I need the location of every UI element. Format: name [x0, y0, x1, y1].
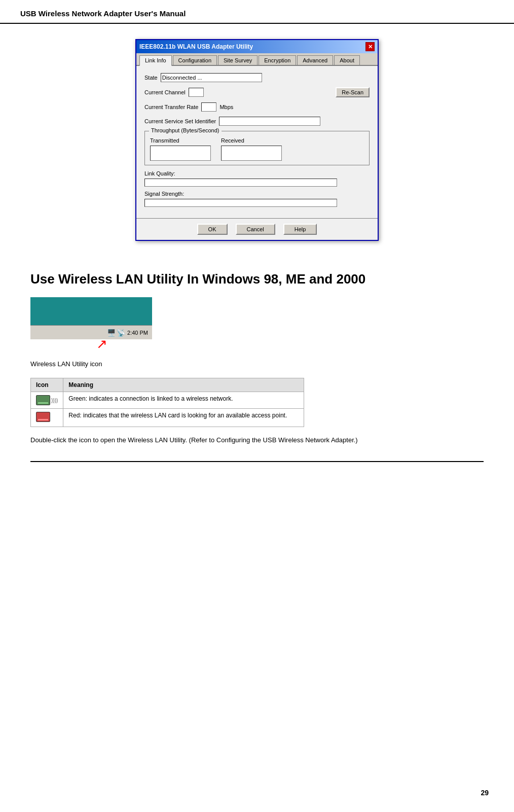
description-text: Double-click the icon to open the Wirele…: [30, 435, 484, 446]
rescan-button[interactable]: Re-Scan: [336, 87, 370, 97]
channel-rescan-row: Current Channel Re-Scan: [144, 87, 370, 97]
taskbar-screenshot: 🖥️ 📡 2:40 PM: [30, 297, 152, 339]
win-titlebar: IEEE802.11b WLAN USB Adapter Utility ✕: [136, 40, 378, 53]
table-header-meaning: Meaning: [63, 378, 304, 392]
ssid-label: Current Service Set Identifier: [144, 118, 216, 124]
red-icon-meaning: Red: indicates that the wireless LAN car…: [63, 409, 304, 427]
received-section: Received: [221, 137, 282, 161]
tab-configuration[interactable]: Configuration: [173, 55, 217, 65]
cancel-button[interactable]: Cancel: [236, 224, 275, 235]
taskbar-time: 2:40 PM: [127, 330, 148, 336]
footer-line: [30, 461, 484, 462]
tab-advanced[interactable]: Advanced: [297, 55, 333, 65]
throughput-legend: Throughput (Bytes/Second): [149, 127, 222, 133]
received-input[interactable]: [221, 146, 282, 161]
page-number: 29: [481, 789, 489, 797]
transfer-rate-input[interactable]: [201, 102, 216, 112]
green-icon-signal: )))): [51, 398, 58, 403]
help-button[interactable]: Help: [283, 224, 317, 235]
state-label: State: [144, 75, 158, 81]
taskbar-top-area: [30, 297, 152, 325]
state-row: State: [144, 73, 370, 82]
transfer-rate-label: Current Transfer Rate: [144, 104, 198, 110]
win-body: State Current Channel Re-Scan Current Tr…: [136, 66, 378, 218]
signal-strength-label: Signal Strength:: [144, 191, 370, 197]
win-close-button[interactable]: ✕: [365, 42, 375, 51]
arrow-indicator: ↗: [96, 336, 484, 352]
network-icon: 🖥️: [107, 329, 116, 337]
throughput-inner: Transmitted Received: [150, 137, 364, 161]
transmitted-section: Transmitted: [150, 137, 211, 161]
tab-about[interactable]: About: [334, 55, 360, 65]
win-tabs: Link Info Configuration Site Survey Encr…: [136, 53, 378, 66]
taskbar-icons: 🖥️ 📡: [107, 329, 125, 337]
signal-strength-bar: [144, 199, 337, 207]
link-quality-label: Link Quality:: [144, 170, 370, 176]
link-quality-bar: [144, 179, 337, 187]
win-title: IEEE802.11b WLAN USB Adapter Utility: [139, 43, 253, 50]
received-label: Received: [221, 137, 282, 144]
tab-site-survey[interactable]: Site Survey: [218, 55, 258, 65]
icon-cell-red: [31, 409, 63, 427]
transmitted-label: Transmitted: [150, 137, 211, 144]
transfer-rate-row: Current Transfer Rate Mbps: [144, 102, 370, 112]
channel-input[interactable]: [189, 88, 204, 97]
icon-cell-green: )))): [31, 392, 63, 409]
tab-encryption[interactable]: Encryption: [259, 55, 296, 65]
header-title: USB Wireless Network Adapter User's Manu…: [20, 9, 186, 18]
table-header-icon: Icon: [31, 378, 63, 392]
icon-meaning-table: Icon Meaning )))) Green: indicates a con…: [30, 378, 304, 427]
transmitted-input[interactable]: [150, 146, 211, 161]
ssid-input[interactable]: [219, 117, 320, 126]
mbps-label: Mbps: [219, 104, 233, 110]
channel-label: Current Channel: [144, 89, 186, 95]
wireless-icon-label: Wireless LAN Utility icon: [30, 360, 484, 368]
link-quality-section: Link Quality:: [144, 170, 370, 187]
wireless-icon-red: 📡: [117, 329, 125, 337]
table-row: Red: indicates that the wireless LAN car…: [31, 409, 304, 427]
win-footer: OK Cancel Help: [136, 218, 378, 240]
dialog-screenshot: IEEE802.11b WLAN USB Adapter Utility ✕ L…: [30, 39, 484, 241]
throughput-group: Throughput (Bytes/Second) Transmitted Re…: [144, 131, 370, 165]
taskbar-area: 🖥️ 📡 2:40 PM ↗: [30, 297, 484, 352]
signal-strength-section: Signal Strength:: [144, 191, 370, 207]
section-heading: Use Wireless LAN Utility In Windows 98, …: [30, 271, 484, 287]
state-input[interactable]: [161, 73, 262, 82]
table-row: )))) Green: indicates a connection is li…: [31, 392, 304, 409]
win-dialog: IEEE802.11b WLAN USB Adapter Utility ✕ L…: [135, 39, 379, 241]
ssid-row: Current Service Set Identifier: [144, 117, 370, 126]
green-icon-meaning: Green: indicates a connection is linked …: [63, 392, 304, 409]
ok-button[interactable]: OK: [197, 224, 228, 235]
page-header: USB Wireless Network Adapter User's Manu…: [0, 0, 514, 24]
tab-link-info[interactable]: Link Info: [139, 55, 172, 66]
